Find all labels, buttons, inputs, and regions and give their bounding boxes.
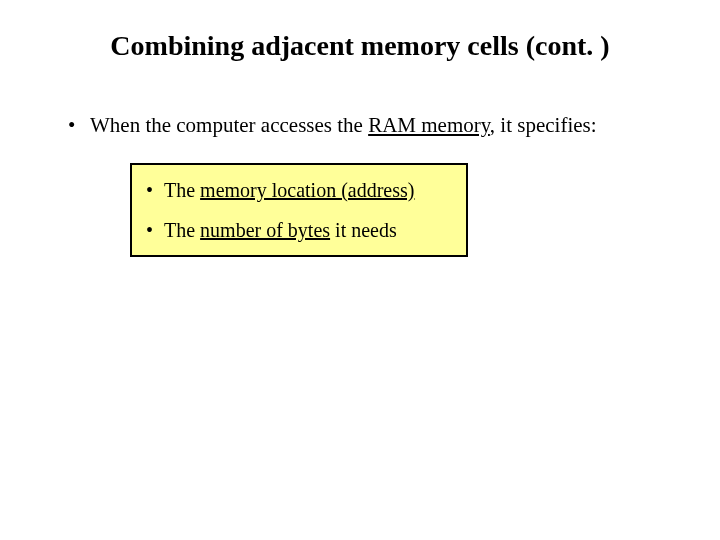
- box-line-1-pre: The: [164, 179, 200, 201]
- bullet-text-pre: When the computer accesses the: [90, 113, 368, 137]
- bullet-text-post: , it specifies:: [490, 113, 597, 137]
- box-line-1-underline: memory location (address): [200, 179, 414, 201]
- box-line-2-underline: number of bytes: [200, 219, 330, 241]
- bullet-text-ram: RAM memory: [368, 113, 490, 137]
- box-line-2: The number of bytes it needs: [146, 217, 452, 243]
- box-line-1: The memory location (address): [146, 177, 452, 203]
- bullet-main: When the computer accesses the RAM memor…: [68, 112, 670, 139]
- box-line-2-pre: The: [164, 219, 200, 241]
- box-line-2-post: it needs: [330, 219, 397, 241]
- highlight-box: The memory location (address) The number…: [130, 163, 468, 257]
- slide: Combining adjacent memory cells (cont. )…: [0, 0, 720, 540]
- slide-title: Combining adjacent memory cells (cont. ): [0, 30, 720, 62]
